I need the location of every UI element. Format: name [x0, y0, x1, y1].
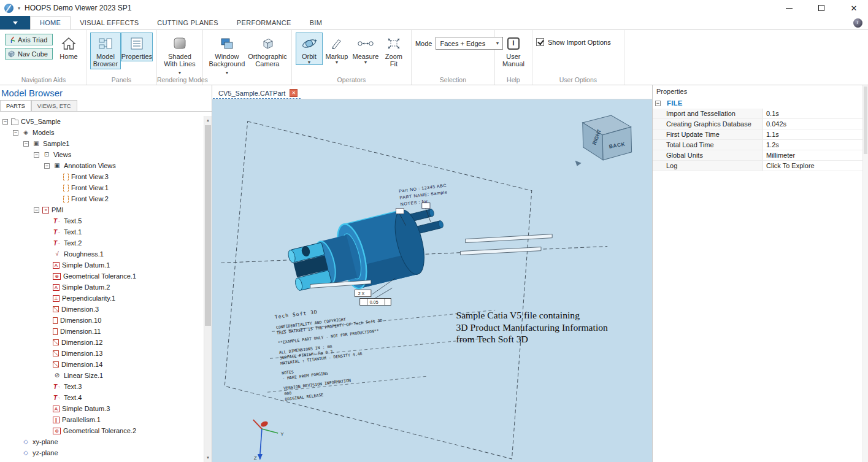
properties-button[interactable]: Properties — [121, 33, 153, 61]
tab-parts[interactable]: PARTS — [0, 100, 31, 111]
viewport-3d[interactable]: 2 X 0.05 Part NO : 12345 ABC PART NAME: … — [212, 99, 652, 462]
tree-item[interactable]: ASimple Datum.3 — [0, 403, 204, 414]
document-tab[interactable]: CV5_Sample.CATPart ✕ — [213, 88, 301, 99]
scrollbar-thumb[interactable] — [205, 125, 211, 326]
tree-item[interactable]: Dimension.11 — [0, 326, 204, 337]
property-value[interactable]: 0.1s — [763, 109, 868, 118]
collapse-icon[interactable]: − — [34, 152, 39, 158]
datum-flag — [396, 209, 404, 214]
tree-item[interactable]: ∥Parallelism.1 — [0, 414, 204, 425]
tab-close-icon[interactable]: ✕ — [290, 89, 298, 97]
tree-item[interactable]: −CV5_Sample — [0, 116, 204, 127]
minimize-button[interactable] — [775, 0, 803, 16]
collapse-icon[interactable]: − — [2, 119, 8, 125]
tab-home[interactable]: HOME — [30, 16, 71, 29]
expander-icon[interactable]: − — [655, 101, 661, 106]
tree-item[interactable]: −≡PMI — [0, 204, 204, 215]
markup-button[interactable]: Markup ▼ — [323, 33, 351, 65]
window-background-button[interactable]: Window Background ▼ — [207, 33, 247, 77]
axis-triad-label: Axis Triad — [18, 36, 47, 44]
tree-item[interactable]: Dimension.10 — [0, 315, 204, 326]
tab-performance[interactable]: PERFORMANCE — [228, 16, 301, 29]
collapse-icon[interactable]: − — [23, 141, 29, 147]
tree-item[interactable]: Dimension.14 — [0, 359, 204, 370]
tree-item[interactable]: TText.3 — [0, 381, 204, 392]
z-axis-label: Z — [254, 455, 257, 461]
collapse-icon[interactable]: − — [13, 130, 18, 136]
tree-item[interactable]: TText.2 — [0, 237, 204, 248]
nav-cube[interactable]: RIGHT BACK — [575, 115, 632, 166]
tree-item[interactable]: ◇yz-plane — [0, 447, 204, 458]
collapse-icon[interactable]: − — [34, 207, 39, 213]
tab-visual-effects[interactable]: VISUAL EFFECTS — [71, 16, 148, 29]
x-axis-icon — [260, 420, 269, 428]
scroll-down-icon[interactable]: ▼ — [204, 453, 212, 462]
orbit-button[interactable]: Orbit ▼ — [296, 33, 323, 65]
tab-bim[interactable]: BIM — [301, 16, 331, 29]
nav-cube-corner-marker[interactable] — [575, 161, 582, 166]
tree-item[interactable]: ⊥Perpendicularity.1 — [0, 293, 204, 304]
tree-item[interactable]: ⊕Geometrical Tolerance.2 — [0, 425, 204, 436]
part-model[interactable] — [284, 201, 453, 303]
tree-item[interactable]: Front View.3 — [0, 171, 204, 182]
tree-item[interactable]: Dimension.12 — [0, 337, 204, 348]
chevron-down-icon — [13, 21, 18, 25]
property-value[interactable]: 1.2s — [763, 140, 868, 150]
tree-item[interactable]: −⊡Views — [0, 149, 204, 160]
tree-item[interactable]: Dimension.3 — [0, 304, 204, 315]
tree-scrollbar[interactable]: ▲ ▼ — [204, 116, 212, 462]
show-import-options-checkbox[interactable]: Show Import Options — [536, 38, 611, 46]
measure-button[interactable]: Measure ▼ — [351, 33, 380, 65]
properties-group-file[interactable]: − FILE — [653, 98, 868, 109]
user-manual-button[interactable]: User Manual — [499, 33, 528, 69]
tree-item[interactable]: −▣Annotation Views — [0, 160, 204, 171]
selection-mode-dropdown[interactable]: Faces + Edges ▼ — [436, 37, 503, 50]
3d-scene[interactable]: 2 X 0.05 Part NO : 12345 ABC PART NAME: … — [212, 99, 652, 462]
close-button[interactable]: ✕ — [840, 0, 868, 16]
tree-item[interactable]: TText.5 — [0, 215, 204, 226]
window-background-label: Window Background — [209, 53, 245, 67]
property-value[interactable]: Millimeter — [763, 150, 868, 160]
nav-cube-toggle[interactable]: Nav Cube — [5, 48, 53, 60]
tree-item[interactable]: ASimple Datum.2 — [0, 282, 204, 293]
tree-item[interactable]: Front View.2 — [0, 193, 204, 204]
about-icon[interactable] — [853, 18, 862, 28]
tree-item[interactable]: −▣Sample1 — [0, 138, 204, 149]
orthographic-camera-label: Orthographic Camera — [248, 53, 287, 68]
property-value[interactable]: 0.042s — [763, 119, 868, 129]
property-row: Global UnitsMillimeter — [653, 150, 868, 161]
tab-views-etc[interactable]: VIEWS, ETC — [31, 100, 77, 111]
tree-item[interactable]: TText.4 — [0, 392, 204, 403]
home-button[interactable]: Home — [55, 33, 82, 61]
tree-item[interactable]: −◈Models — [0, 127, 204, 138]
orthographic-camera-button[interactable]: Orthographic Camera — [247, 33, 288, 69]
maximize-button[interactable] — [807, 0, 835, 16]
notes-line: 000 — [284, 391, 292, 396]
properties-scrollbar[interactable] — [862, 85, 868, 462]
tree-item[interactable]: Front View.1 — [0, 182, 204, 193]
property-value[interactable]: Click To Explore — [763, 161, 868, 171]
tab-cutting-planes[interactable]: CUTTING PLANES — [148, 16, 228, 29]
text-icon: T — [53, 383, 61, 391]
property-value[interactable]: 1.1s — [763, 129, 868, 139]
file-menu-button[interactable] — [0, 16, 30, 29]
tree-item[interactable]: TText.1 — [0, 226, 204, 237]
scroll-up-icon[interactable]: ▲ — [204, 116, 212, 125]
tree-item[interactable]: Dimension.13 — [0, 348, 204, 359]
axis-triad-toggle[interactable]: Axis Triad — [5, 34, 53, 45]
tree-item[interactable]: ⊕Geometrical Tolerance.1 — [0, 271, 204, 282]
tree-item[interactable]: ⊘Linear Size.1 — [0, 370, 204, 381]
tree-item[interactable]: ◇xy-plane — [0, 436, 204, 447]
collapse-icon[interactable]: − — [44, 163, 50, 169]
caption-line: 3D Product Manufacturing Information — [456, 322, 608, 333]
caption-line: Sample Catia V5 file containing — [456, 310, 580, 320]
zoom-fit-button[interactable]: Zoom Fit — [380, 33, 407, 69]
tree-item[interactable]: √Roughness.1 — [0, 248, 204, 260]
model-browser-button[interactable]: Model Browser — [90, 33, 121, 69]
linsize-icon: ⊘ — [53, 372, 61, 380]
scrollbar-thumb[interactable] — [864, 87, 867, 154]
quick-access-arrow-icon[interactable]: ▾ — [18, 6, 20, 11]
text-icon: T — [53, 239, 61, 247]
tree-item[interactable]: ASimple Datum.1 — [0, 260, 204, 271]
shaded-with-lines-button[interactable]: Shaded With Lines ▼ — [161, 33, 199, 77]
